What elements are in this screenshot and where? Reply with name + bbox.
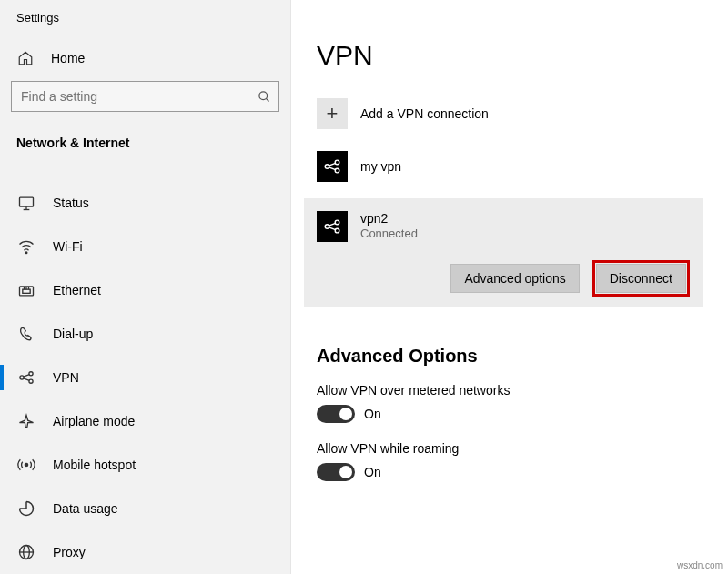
sidebar-item-data-usage[interactable]: Data usage	[0, 487, 290, 530]
home-icon	[16, 50, 35, 66]
svg-point-16	[25, 463, 27, 466]
vpn-entry-name: my vpn	[360, 159, 401, 174]
svg-line-31	[329, 227, 335, 230]
sidebar-item-label: Proxy	[53, 545, 86, 559]
nav-list: Status Wi-Fi Ethernet	[0, 181, 290, 574]
sidebar-item-status[interactable]: Status	[0, 181, 290, 225]
search-icon	[249, 90, 278, 104]
metered-label: Allow VPN over metered networks	[317, 383, 703, 398]
sidebar-item-label: Ethernet	[53, 283, 101, 297]
sidebar-item-label: Airplane mode	[53, 414, 135, 428]
home-nav[interactable]: Home	[0, 41, 290, 76]
svg-line-30	[329, 223, 335, 226]
data-usage-icon	[16, 499, 36, 518]
metered-toggle-state: On	[364, 407, 381, 421]
sidebar-item-vpn[interactable]: VPN	[0, 356, 290, 399]
vpn-entry-selected[interactable]: vpn2 Connected Advanced options Disconne…	[304, 198, 703, 307]
add-vpn-label: Add a VPN connection	[360, 106, 489, 121]
sidebar-item-label: Mobile hotspot	[53, 458, 136, 472]
vpn-selected-status: Connected	[360, 227, 418, 240]
svg-rect-2	[20, 197, 34, 206]
roaming-toggle-state: On	[364, 465, 381, 479]
sidebar-item-proxy[interactable]: Proxy	[0, 530, 290, 574]
vpn-network-icon	[317, 151, 348, 182]
search-input[interactable]	[12, 89, 249, 104]
roaming-label: Allow VPN while roaming	[317, 441, 703, 456]
sidebar-item-label: Dial-up	[53, 327, 93, 341]
svg-point-5	[25, 252, 27, 254]
wifi-icon	[16, 237, 36, 256]
watermark: wsxdn.com	[677, 560, 723, 570]
sidebar-item-wifi[interactable]: Wi-Fi	[0, 225, 290, 268]
hotspot-icon	[16, 456, 36, 474]
vpn-selected-name: vpn2	[360, 211, 418, 226]
sidebar-item-mobile-hotspot[interactable]: Mobile hotspot	[0, 443, 290, 487]
vpn-entry-myvpn[interactable]: my vpn	[317, 142, 703, 191]
window-title: Settings	[0, 0, 290, 41]
section-heading: Network & Internet	[0, 121, 290, 159]
sidebar: Settings Home Network & Internet	[0, 0, 291, 574]
vpn-network-icon	[317, 211, 348, 242]
roaming-toggle[interactable]	[317, 463, 355, 481]
sidebar-item-label: Status	[53, 196, 89, 210]
svg-point-0	[258, 91, 267, 99]
svg-line-25	[329, 163, 335, 166]
advanced-options-heading: Advanced Options	[317, 346, 703, 367]
sidebar-item-label: Wi-Fi	[53, 239, 83, 254]
airplane-icon	[16, 412, 36, 430]
advanced-options-button[interactable]: Advanced options	[450, 264, 579, 293]
svg-line-1	[266, 98, 268, 101]
ethernet-icon	[16, 281, 36, 299]
vpn-icon	[16, 368, 36, 387]
svg-rect-7	[23, 289, 30, 293]
sidebar-item-dialup[interactable]: Dial-up	[0, 312, 290, 356]
sidebar-item-ethernet[interactable]: Ethernet	[0, 268, 290, 312]
dialup-icon	[16, 325, 36, 343]
status-icon	[16, 194, 36, 212]
svg-line-14	[24, 375, 30, 378]
sidebar-item-airplane-mode[interactable]: Airplane mode	[0, 399, 290, 443]
svg-line-26	[329, 167, 335, 170]
metered-toggle[interactable]	[317, 405, 355, 423]
home-label: Home	[51, 51, 85, 65]
search-box[interactable]	[11, 81, 279, 112]
add-vpn-connection[interactable]: + Add a VPN connection	[317, 96, 703, 142]
svg-line-15	[24, 378, 30, 381]
plus-icon: +	[317, 98, 348, 129]
sidebar-item-label: VPN	[53, 370, 79, 385]
sidebar-item-label: Data usage	[53, 501, 118, 516]
disconnect-button[interactable]: Disconnect	[596, 264, 686, 293]
main-pane: VPN + Add a VPN connection my vpn vpn2 C…	[291, 0, 728, 574]
proxy-icon	[16, 543, 36, 561]
page-title: VPN	[317, 0, 703, 96]
